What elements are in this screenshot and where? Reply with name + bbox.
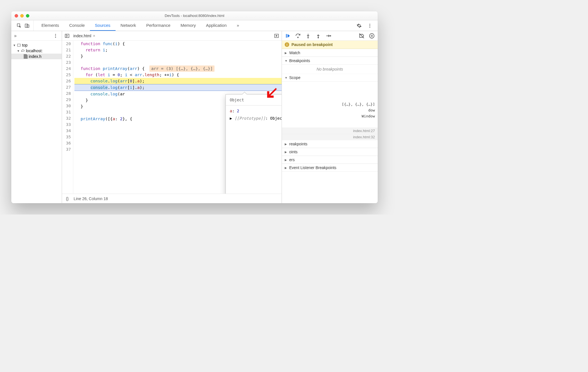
section-global-listeners[interactable]: ers bbox=[282, 156, 378, 164]
device-toolbar-icon[interactable] bbox=[24, 22, 30, 29]
panel-tab-performance[interactable]: Performance bbox=[141, 20, 176, 31]
code-line[interactable]: console.log(arr[i].a); bbox=[74, 84, 282, 91]
step-icon[interactable] bbox=[325, 33, 331, 39]
section-event-listener-breakpoints[interactable]: Event Listener Breakpoints bbox=[282, 164, 378, 172]
deactivate-breakpoints-icon[interactable] bbox=[359, 33, 365, 39]
panel-tab-elements[interactable]: Elements bbox=[36, 20, 64, 31]
panel-tab-application[interactable]: Application bbox=[201, 20, 232, 31]
file-tree: top localhost: index.h bbox=[11, 41, 62, 61]
section-label: Scope bbox=[289, 75, 300, 80]
editor-body[interactable]: 202122232425262728293031323334353637 fun… bbox=[62, 41, 282, 194]
section-watch[interactable]: Watch bbox=[282, 49, 378, 57]
twisty-icon bbox=[285, 76, 288, 79]
svg-point-8 bbox=[55, 37, 56, 38]
twisty-icon bbox=[285, 143, 288, 146]
panel-tab-network[interactable]: Network bbox=[116, 20, 141, 31]
toggle-navigator-icon[interactable] bbox=[64, 32, 70, 39]
svg-rect-13 bbox=[286, 34, 287, 38]
twisty-icon bbox=[17, 49, 20, 52]
pause-on-exceptions-icon[interactable] bbox=[369, 33, 375, 39]
editor-tabs: index.html × bbox=[62, 31, 282, 41]
svg-point-6 bbox=[55, 34, 56, 35]
scope-value-arr[interactable]: [{…}, {…}, {…}] bbox=[282, 101, 378, 107]
tree-row-file[interactable]: index.h bbox=[11, 54, 62, 59]
panel-tab-memory[interactable]: Memory bbox=[176, 20, 201, 31]
settings-icon[interactable] bbox=[356, 22, 362, 29]
zoom-window-button[interactable] bbox=[26, 14, 29, 17]
close-window-button[interactable] bbox=[15, 14, 18, 17]
navigator-header: » bbox=[11, 31, 62, 41]
step-over-icon[interactable] bbox=[295, 33, 301, 39]
code-line[interactable]: function func(i) { bbox=[74, 41, 282, 47]
step-into-icon[interactable] bbox=[305, 33, 311, 39]
tree-row-top[interactable]: top bbox=[11, 42, 62, 48]
scope-value-window1[interactable]: dow bbox=[282, 107, 378, 113]
code-line[interactable]: console.log(arr[0].a); bbox=[74, 78, 282, 84]
callstack-frame[interactable]: index.html:32 bbox=[282, 134, 378, 140]
tree-label: top bbox=[22, 43, 27, 47]
hover-property-value: 2 bbox=[237, 109, 239, 113]
section-xhr-breakpoints[interactable]: oints bbox=[282, 148, 378, 156]
navigator-more-icon[interactable] bbox=[52, 32, 59, 39]
close-tab-icon[interactable]: × bbox=[93, 34, 95, 38]
pause-banner: i Paused on breakpoint bbox=[282, 41, 378, 49]
code-line[interactable]: function printArray(arr) { arr = (3) [{…… bbox=[74, 65, 282, 72]
navigator-panel: » top localhost: index.h bbox=[11, 31, 62, 203]
devtools-toolbar: ElementsConsoleSourcesNetworkPerformance… bbox=[11, 20, 378, 31]
pause-message: Paused on breakpoint bbox=[291, 42, 333, 47]
svg-point-4 bbox=[370, 25, 370, 26]
code-line[interactable]: return i; bbox=[74, 47, 282, 53]
panel-tab-console[interactable]: Console bbox=[64, 20, 90, 31]
step-out-icon[interactable] bbox=[315, 33, 321, 39]
more-menu-icon[interactable] bbox=[366, 22, 373, 29]
run-snippet-icon[interactable] bbox=[273, 32, 280, 39]
panel-tabs: ElementsConsoleSourcesNetworkPerformance… bbox=[36, 20, 232, 31]
devtools-window: DevTools - localhost:8080/index.html Ele… bbox=[11, 11, 378, 203]
svg-point-15 bbox=[308, 37, 309, 38]
resume-icon[interactable] bbox=[285, 33, 291, 39]
code-line[interactable] bbox=[74, 59, 282, 65]
twisty-icon bbox=[285, 150, 288, 154]
svg-point-19 bbox=[370, 33, 374, 38]
editor-status-bar: {} Line 26, Column 18 bbox=[62, 194, 282, 203]
hover-prototype-value: Object bbox=[270, 116, 282, 121]
hover-property-row[interactable]: a: 2 bbox=[230, 107, 282, 115]
cloud-icon bbox=[21, 49, 25, 53]
tabs-overflow-button[interactable]: » bbox=[232, 20, 244, 31]
callstack-frame[interactable]: index.html:27 bbox=[282, 128, 378, 134]
main-area: » top localhost: index.h bbox=[11, 31, 378, 203]
section-label-tail: ers bbox=[289, 157, 295, 162]
editor-tab-index[interactable]: index.html × bbox=[73, 34, 95, 38]
twisty-icon bbox=[285, 166, 288, 169]
svg-rect-21 bbox=[372, 35, 373, 37]
line-gutter: 202122232425262728293031323334353637 bbox=[62, 41, 73, 194]
frame-icon bbox=[17, 43, 21, 47]
svg-point-7 bbox=[55, 35, 56, 36]
pretty-print-icon[interactable]: {} bbox=[66, 196, 68, 201]
info-icon: i bbox=[285, 42, 289, 47]
section-scope[interactable]: Scope bbox=[282, 74, 378, 82]
tree-row-host[interactable]: localhost: bbox=[11, 48, 62, 54]
cursor-position: Line 26, Column 18 bbox=[74, 196, 108, 201]
scope-value-window2[interactable]: Window bbox=[282, 113, 378, 119]
code-line[interactable]: } bbox=[74, 53, 282, 59]
debugger-toolbar bbox=[282, 31, 378, 41]
hover-prototype-label: [[Prototype]] bbox=[235, 116, 266, 121]
twisty-icon bbox=[13, 44, 16, 47]
inspect-element-icon[interactable] bbox=[16, 22, 23, 29]
tree-label: index.h bbox=[29, 54, 41, 59]
section-breakpoints[interactable]: Breakpoints bbox=[282, 57, 378, 65]
hover-prototype-row[interactable]: [[Prototype]]: Object bbox=[230, 115, 282, 122]
panel-tab-sources[interactable]: Sources bbox=[90, 20, 116, 31]
inline-value-hint: arr = (3) [{…}, {…}, {…}] bbox=[149, 65, 214, 72]
navigator-overflow-button[interactable]: » bbox=[14, 33, 17, 38]
minimize-window-button[interactable] bbox=[20, 14, 24, 17]
svg-point-17 bbox=[330, 35, 331, 36]
svg-rect-20 bbox=[371, 35, 372, 37]
svg-point-14 bbox=[298, 37, 299, 38]
section-label-tail: oints bbox=[289, 150, 298, 154]
section-dom-breakpoints[interactable]: reakpoints bbox=[282, 140, 378, 148]
section-label: Watch bbox=[289, 51, 300, 55]
tree-label: localhost: bbox=[26, 49, 43, 53]
code-line[interactable]: for (let i = 0; i < arr.length; ++i) { bbox=[74, 72, 282, 78]
